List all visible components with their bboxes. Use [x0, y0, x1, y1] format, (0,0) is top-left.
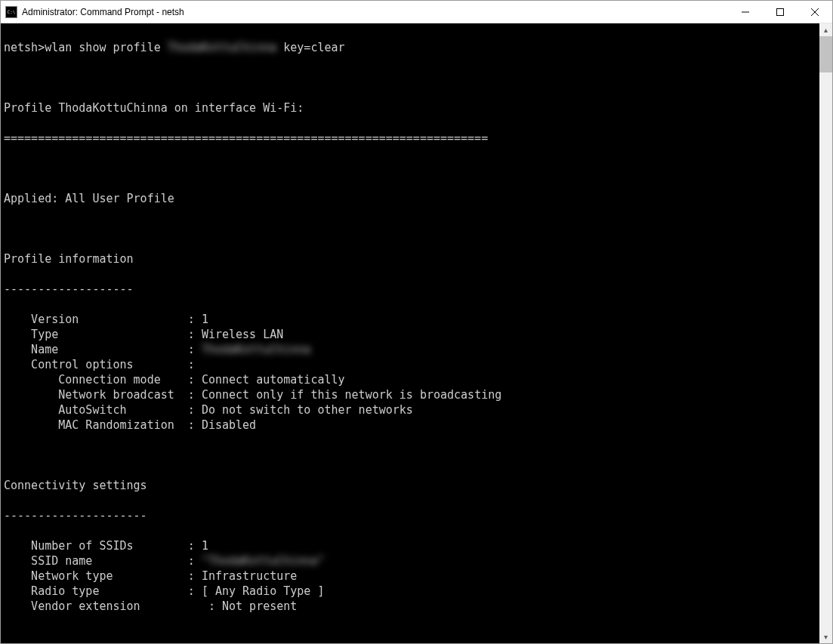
kv-label: Radio type :	[4, 584, 202, 598]
kv-row: SSID name : "ThodaKottuChinna"	[4, 553, 816, 569]
terminal-output[interactable]: netsh>wlan show profile ThodaKottuChinna…	[1, 23, 819, 643]
kv-row: MAC Randomization : Disabled	[4, 418, 816, 433]
scroll-track[interactable]	[819, 36, 832, 630]
kv-label: Control options :	[4, 358, 195, 371]
svg-rect-1	[777, 8, 784, 15]
command-text: wlan show profile	[45, 41, 168, 54]
kv-row: Type : Wireless LAN	[4, 327, 816, 342]
prompt-prefix: netsh>	[4, 41, 45, 54]
profile-header-rule: ========================================…	[4, 131, 816, 146]
section-rule: -------------------	[4, 282, 816, 297]
kv-label: Type :	[4, 328, 202, 341]
cmd-icon	[5, 6, 17, 18]
kv-label: Vendor extension :	[4, 599, 222, 613]
kv-value: Connect only if this network is broadcas…	[202, 388, 501, 402]
kv-value: Connect automatically	[202, 373, 345, 387]
profile-header: Profile ThodaKottuChinna on interface Wi…	[4, 100, 816, 116]
section-title-connectivity: Connectivity settings	[4, 478, 816, 493]
kv-row: Vendor extension : Not present	[4, 599, 816, 614]
kv-value: 1	[202, 539, 208, 553]
kv-value-redacted: ThodaKottuChinna	[202, 343, 311, 356]
kv-label: AutoSwitch :	[4, 403, 202, 417]
kv-label: Version :	[4, 313, 202, 326]
kv-value: Disabled	[202, 418, 256, 432]
kv-value-redacted: "ThodaKottuChinna"	[202, 554, 325, 568]
kv-label: Network broadcast :	[4, 388, 202, 402]
kv-label: SSID name :	[4, 554, 202, 568]
kv-value: Not present	[222, 599, 297, 613]
kv-row: Control options :	[4, 357, 816, 372]
kv-value: Infrastructure	[202, 569, 297, 583]
kv-label: Number of SSIDs :	[4, 539, 202, 553]
kv-value: 1	[202, 313, 208, 326]
kv-label: MAC Randomization :	[4, 418, 202, 432]
kv-value: [ Any Radio Type ]	[202, 584, 325, 598]
kv-label: Name :	[4, 343, 202, 356]
kv-row: Connection mode : Connect automatically	[4, 372, 816, 387]
kv-row: Number of SSIDs : 1	[4, 538, 816, 553]
kv-row: Network broadcast : Connect only if this…	[4, 387, 816, 402]
kv-value: Do not switch to other networks	[202, 403, 413, 417]
minimize-button[interactable]	[728, 1, 763, 23]
applied-line: Applied: All User Profile	[4, 191, 816, 206]
titlebar[interactable]: Administrator: Command Prompt - netsh	[1, 1, 832, 23]
scroll-thumb[interactable]	[819, 36, 832, 72]
maximize-button[interactable]	[763, 1, 798, 23]
kv-label: Connection mode :	[4, 373, 202, 387]
scroll-up-arrow-icon[interactable]: ▴	[819, 23, 832, 36]
kv-row: AutoSwitch : Do not switch to other netw…	[4, 402, 816, 418]
scroll-down-arrow-icon[interactable]: ▾	[819, 630, 832, 643]
section-title-profile-info: Profile information	[4, 251, 816, 267]
command-redacted-arg: ThodaKottuChinna	[168, 41, 277, 54]
vertical-scrollbar[interactable]: ▴ ▾	[819, 23, 832, 643]
kv-value: Wireless LAN	[202, 328, 283, 341]
window-title: Administrator: Command Prompt - netsh	[22, 7, 184, 17]
kv-row: Radio type : [ Any Radio Type ]	[4, 584, 816, 599]
section-rule: ---------------------	[4, 508, 816, 523]
command-text-2: key=clear	[276, 41, 344, 54]
close-button[interactable]	[798, 1, 832, 23]
kv-row: Name : ThodaKottuChinna	[4, 342, 816, 357]
kv-row: Network type : Infrastructure	[4, 569, 816, 584]
kv-row: Version : 1	[4, 312, 816, 327]
kv-label: Network type :	[4, 569, 202, 583]
